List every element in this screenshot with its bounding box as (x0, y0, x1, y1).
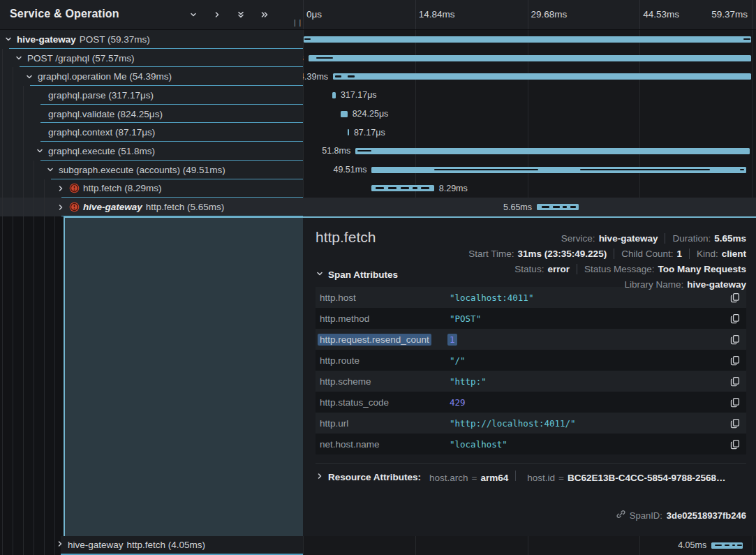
timeline-ruler: 0μs14.84ms29.68ms44.53ms59.37ms (303, 0, 756, 30)
indent-guide (2, 161, 3, 179)
attribute-value: 1 (450, 334, 729, 345)
chevron-right-icon (316, 472, 324, 482)
span-duration-bar[interactable] (537, 204, 579, 210)
chevron-right-icon[interactable] (56, 184, 66, 193)
span-tree-row[interactable]: POST /graphql (57.57ms) (0, 49, 303, 68)
copy-icon[interactable] (729, 293, 741, 303)
span-tree-row[interactable]: graphql.context (87.17μs) (0, 123, 303, 142)
span-duration-bar[interactable] (333, 73, 751, 80)
chevron-down-icon[interactable] (45, 165, 55, 175)
child-span-marker (357, 150, 372, 152)
meta-separator (689, 249, 690, 259)
chevron-right-icon[interactable] (56, 202, 66, 212)
error-status-icon (69, 202, 80, 212)
chevron-right-icon[interactable] (56, 540, 64, 550)
span-duration-label: 4.05ms (678, 540, 706, 550)
span-tree-row[interactable]: hive-gatewayhttp.fetch (5.65ms) (0, 198, 303, 216)
child-span-marker (413, 187, 417, 189)
chevron-down-icon[interactable] (188, 10, 198, 20)
footer-span-row-left[interactable]: hive-gatewayhttp.fetch (4.05ms) (0, 536, 303, 555)
panel-resize-grip[interactable]: | | (294, 19, 302, 27)
span-duration-bar[interactable] (711, 542, 743, 549)
ruler-gridline (303, 0, 304, 29)
span-duration-bar[interactable] (348, 129, 349, 135)
span-duration-bar[interactable] (371, 167, 746, 173)
copy-icon[interactable] (729, 334, 741, 345)
attribute-value: "http:" (450, 376, 729, 387)
span-service-name: hive-gateway (17, 34, 76, 45)
child-span-marker (388, 187, 397, 189)
span-detail-panel: http.fetch Service:hive-gatewayDuration:… (303, 216, 756, 536)
timeline-row[interactable]: 824.25μs (303, 105, 756, 124)
chevron-down-icon[interactable] (14, 53, 24, 63)
resource-value: BC62E13B-C4CC-5854-9788-2568… (568, 473, 726, 483)
span-duration-label: 49.51ms (333, 165, 366, 175)
timeline-row[interactable]: 51.8ms (303, 142, 756, 161)
span-tree-row[interactable]: graphql.validate (824.25μs) (0, 105, 303, 124)
attribute-row: http.scheme"http:" (316, 371, 746, 392)
span-operation-name: http.fetch (4.05ms) (127, 540, 206, 550)
timeline-row[interactable]: 87.17μs (303, 123, 756, 142)
span-tree-row[interactable]: graphql.operation Me (54.39ms) (0, 67, 303, 86)
span-duration-bar[interactable] (309, 55, 752, 61)
span-duration-label: 8.29ms (439, 184, 468, 193)
timeline-row[interactable]: 57.57ms (303, 49, 756, 68)
span-tree-row[interactable]: graphql.execute (51.8ms) (0, 142, 303, 161)
timeline-row[interactable]: 49.51ms (303, 161, 756, 179)
meta-separator (577, 264, 577, 274)
span-operation-name: http.fetch (8.29ms) (83, 183, 162, 193)
resource-attributes-row[interactable]: Resource Attributes: host.arch=arm64host… (316, 471, 746, 483)
tree-header: Service & Operation | | (0, 0, 303, 30)
span-duration-label: 57.57ms (303, 53, 304, 63)
child-span-marker (732, 545, 735, 547)
indent-guide (13, 105, 13, 124)
indent-guide (23, 142, 24, 161)
chevron-right-icon[interactable] (212, 10, 222, 20)
child-span-marker (376, 187, 385, 189)
timeline-row[interactable]: 5.65ms (303, 198, 756, 216)
chevron-down-icon[interactable] (24, 72, 34, 82)
span-id-row: SpanID: 3de02518937fb246 (616, 510, 746, 521)
span-duration-bar[interactable] (371, 185, 433, 191)
span-operation-name: graphql.execute (51.8ms) (48, 146, 155, 156)
span-tree-row[interactable]: http.fetch (8.29ms) (0, 179, 303, 198)
span-tree-row[interactable]: hive-gatewayPOST (59.37ms) (0, 30, 303, 49)
indent-guide (23, 179, 24, 198)
double-chevron-down-icon[interactable] (236, 10, 246, 20)
span-service-name: hive-gateway (83, 202, 142, 212)
span-tree-row[interactable]: graphql.parse (317.17μs) (0, 86, 303, 105)
span-duration-label: 54.39ms (303, 72, 328, 82)
section-divider (316, 463, 746, 464)
copy-icon[interactable] (729, 313, 741, 324)
timeline-row[interactable]: 317.17μs (303, 86, 756, 105)
double-chevron-right-icon[interactable] (260, 10, 269, 20)
span-duration-label: 317.17μs (341, 90, 377, 100)
chevron-down-icon[interactable] (35, 146, 45, 156)
span-tree-row[interactable]: subgraph.execute (accounts) (49.51ms) (0, 161, 303, 179)
span-duration-bar[interactable] (341, 111, 348, 117)
timeline-row[interactable]: 54.39ms (303, 67, 756, 86)
timeline-row[interactable]: 8.29ms (303, 179, 756, 198)
child-span-marker (580, 169, 709, 171)
span-duration-bar[interactable] (332, 92, 336, 98)
chevron-down-icon[interactable] (3, 34, 13, 44)
child-span-marker (421, 187, 429, 189)
copy-icon[interactable] (729, 355, 741, 366)
timeline-row[interactable]: 4.05ms (303, 536, 756, 555)
link-icon[interactable] (616, 510, 625, 521)
child-span-marker (715, 545, 722, 547)
indent-guide (2, 86, 3, 105)
meta-value: hive-gateway (599, 233, 658, 244)
indent-guide (54, 216, 55, 536)
footer-timeline-row[interactable]: 4.05ms (303, 536, 756, 555)
span-duration-bar[interactable] (355, 148, 750, 154)
timeline-row[interactable]: 59.37ms (303, 30, 756, 49)
copy-icon[interactable] (729, 376, 741, 387)
meta-label: Duration: (672, 233, 711, 244)
span-service-name: hive-gateway (68, 540, 124, 550)
copy-icon[interactable] (729, 397, 741, 408)
indent-guide (34, 216, 34, 536)
copy-icon[interactable] (729, 418, 741, 429)
copy-icon[interactable] (729, 439, 741, 450)
span-duration-bar[interactable] (304, 36, 751, 43)
